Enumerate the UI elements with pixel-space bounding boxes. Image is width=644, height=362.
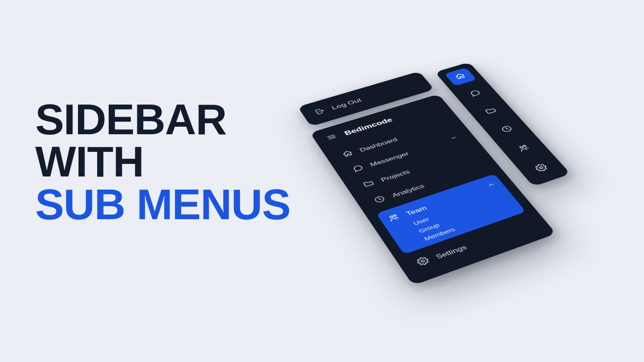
mini-item-projects[interactable] [474,101,508,121]
mini-item-messenger[interactable] [459,84,492,103]
chat-icon [468,89,484,99]
chevron-down-icon [449,135,460,142]
home-icon [453,72,468,81]
clock-icon [372,195,388,206]
sidebar-item-label: Projects [379,168,411,183]
svg-point-4 [389,216,393,218]
gear-icon [415,256,432,268]
logout-label: Log Out [330,97,363,111]
sidebar-item-label: Team [405,205,428,217]
sidebar-submenu-team: User Group Members [394,191,517,248]
home-icon [341,149,356,159]
gear-icon [533,163,550,174]
mini-item-settings[interactable] [524,157,560,179]
headline-line-3: SUB MENUS [35,183,290,225]
svg-point-10 [539,166,543,169]
mini-item-team[interactable] [507,138,542,159]
team-icon [516,143,532,154]
sidebar-item-label: Settings [434,244,468,261]
mini-item-dashboard[interactable] [444,67,476,86]
folder-icon [361,179,377,190]
logout-icon [313,107,328,117]
svg-point-3 [374,196,385,203]
sidebar-item-label: Analytics [390,183,426,199]
hamburger-icon[interactable] [325,133,340,142]
svg-point-6 [421,260,425,262]
svg-point-9 [523,145,526,147]
mini-item-analytics[interactable] [490,119,525,140]
folder-icon [483,106,499,116]
team-icon [386,213,402,224]
svg-point-8 [520,146,524,149]
svg-point-5 [393,215,396,217]
clock-icon [499,124,515,134]
chat-icon [351,164,366,174]
chevron-up-icon [486,181,498,190]
